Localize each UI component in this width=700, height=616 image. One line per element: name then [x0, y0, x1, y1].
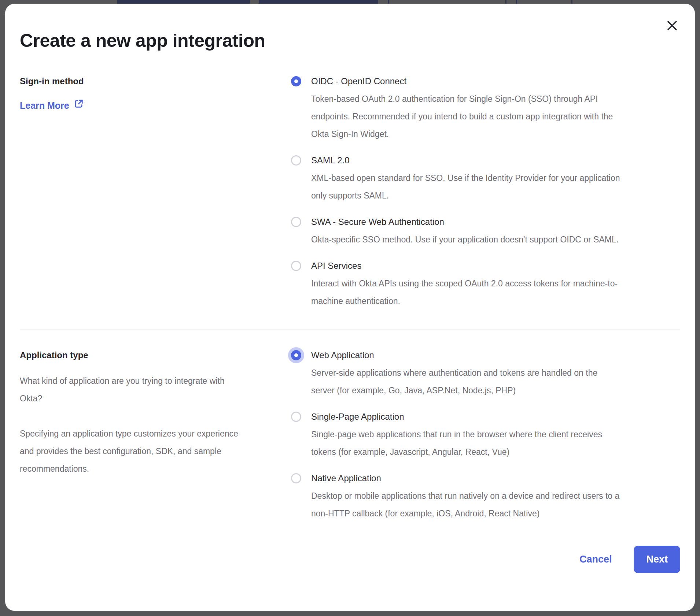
option-swa-description: Okta-specific SSO method. Use if your ap…	[311, 231, 623, 248]
option-oidc-label: OIDC - OpenID Connect	[311, 73, 406, 90]
section-application-type: Application type What kind of applicatio…	[20, 346, 680, 522]
option-native-application-label: Native Application	[311, 470, 381, 487]
option-api-services-clickable[interactable]: API Services	[291, 257, 680, 275]
section-sign-in-method: Sign-in method Learn More OIDC - OpenID …	[20, 73, 680, 310]
option-saml: SAML 2.0 XML-based open standard for SSO…	[291, 152, 680, 204]
sign-in-method-heading: Sign-in method	[20, 73, 276, 90]
radio-single-page-application[interactable]	[291, 412, 301, 422]
application-type-question: What kind of application are you trying …	[20, 372, 249, 407]
option-web-application: Web Application Server-side applications…	[291, 346, 680, 399]
option-single-page-application: Single-Page Application Single-page web …	[291, 408, 680, 461]
option-saml-label: SAML 2.0	[311, 152, 350, 169]
option-single-page-application-label: Single-Page Application	[311, 408, 404, 426]
radio-native-application[interactable]	[291, 473, 301, 483]
application-type-heading: Application type	[20, 346, 276, 364]
option-native-application-clickable[interactable]: Native Application	[291, 470, 680, 487]
next-button[interactable]: Next	[634, 546, 680, 573]
option-swa: SWA - Secure Web Authentication Okta-spe…	[291, 213, 680, 248]
option-native-application: Native Application Desktop or mobile app…	[291, 470, 680, 522]
option-api-services: API Services Interact with Okta APIs usi…	[291, 257, 680, 310]
option-oidc-clickable[interactable]: OIDC - OpenID Connect	[291, 73, 680, 90]
radio-swa[interactable]	[291, 217, 301, 227]
dialog-title: Create a new app integration	[20, 30, 680, 51]
option-web-application-clickable[interactable]: Web Application	[291, 346, 680, 364]
option-saml-description: XML-based open standard for SSO. Use if …	[311, 169, 623, 204]
close-icon	[666, 28, 679, 33]
option-api-services-description: Interact with Okta APIs using the scoped…	[311, 275, 623, 310]
radio-web-application[interactable]	[291, 350, 301, 360]
option-web-application-label: Web Application	[311, 346, 374, 364]
learn-more-link[interactable]: Learn More	[20, 98, 84, 113]
close-button[interactable]	[666, 19, 679, 32]
create-app-integration-dialog: Create a new app integration Sign-in met…	[5, 4, 695, 611]
option-web-application-description: Server-side applications where authentic…	[311, 364, 623, 399]
option-oidc: OIDC - OpenID Connect Token-based OAuth …	[291, 73, 680, 143]
option-native-application-description: Desktop or mobile applications that run …	[311, 487, 623, 522]
option-single-page-application-clickable[interactable]: Single-Page Application	[291, 408, 680, 426]
application-type-explanation: Specifying an application type customize…	[20, 425, 249, 478]
sign-in-method-left-column: Sign-in method Learn More	[20, 73, 291, 310]
radio-api-services[interactable]	[291, 261, 301, 271]
option-oidc-description: Token-based OAuth 2.0 authentication for…	[311, 90, 623, 143]
option-swa-label: SWA - Secure Web Authentication	[311, 213, 444, 231]
cancel-button[interactable]: Cancel	[576, 554, 616, 565]
learn-more-label: Learn More	[20, 98, 69, 113]
option-api-services-label: API Services	[311, 257, 361, 275]
section-divider	[20, 330, 680, 330]
option-swa-clickable[interactable]: SWA - Secure Web Authentication	[291, 213, 680, 231]
dialog-footer: Cancel Next	[20, 546, 680, 573]
sign-in-method-options: OIDC - OpenID Connect Token-based OAuth …	[291, 73, 680, 310]
option-single-page-application-description: Single-page web applications that run in…	[311, 426, 623, 461]
external-link-icon	[74, 98, 84, 113]
option-saml-clickable[interactable]: SAML 2.0	[291, 152, 680, 169]
radio-saml[interactable]	[291, 155, 301, 166]
radio-oidc[interactable]	[291, 76, 301, 86]
application-type-left-column: Application type What kind of applicatio…	[20, 346, 291, 522]
application-type-options: Web Application Server-side applications…	[291, 346, 680, 522]
